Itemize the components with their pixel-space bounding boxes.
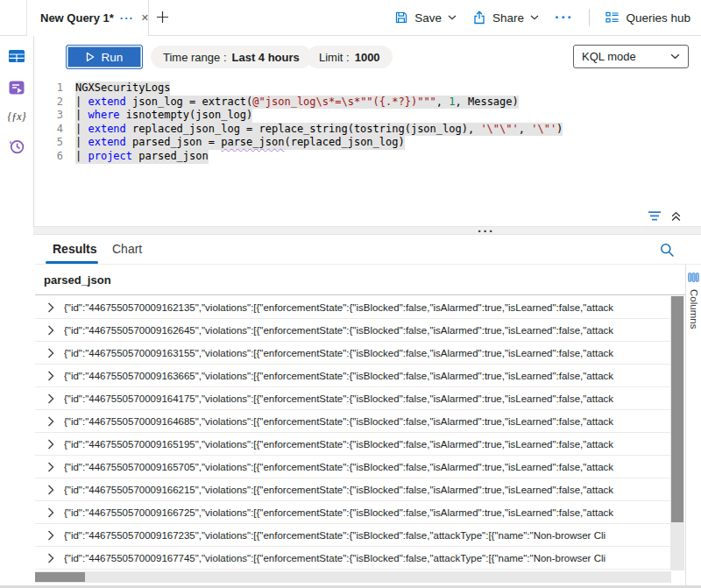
chevron-down-icon (448, 15, 457, 20)
chevron-down-icon (530, 15, 539, 20)
limit-label: Limit : (319, 51, 350, 64)
saved-queries-icon[interactable] (8, 79, 25, 96)
code-line: 2| extend json_log = extract(@"json_log\… (35, 96, 701, 110)
tab-results[interactable]: Results (53, 242, 97, 256)
results-grid: {"id":"4467550570009162135","violations"… (35, 296, 670, 570)
row-json-text: {"id":"4467550570009165705","violations"… (64, 462, 670, 472)
new-tab-button[interactable] (156, 11, 169, 24)
active-tab-underline (46, 261, 98, 264)
search-results-button[interactable] (660, 243, 675, 258)
queries-hub-button[interactable]: Queries hub (605, 11, 690, 25)
code-line: 3| where isnotempty(json_log) (35, 109, 701, 123)
expand-chevron-icon[interactable] (47, 439, 54, 450)
tab-title: New Query 1* (40, 11, 114, 25)
expand-chevron-icon[interactable] (47, 485, 54, 495)
line-number: 6 (35, 150, 63, 164)
share-button[interactable]: Share (472, 11, 539, 25)
horizontal-scrollbar-thumb[interactable] (35, 572, 85, 582)
expand-chevron-icon[interactable] (47, 530, 54, 541)
splitter-handle-icon[interactable]: ··· (478, 223, 495, 238)
table-row[interactable]: {"id":"4467550570009167745","violations"… (35, 547, 670, 570)
expand-chevron-icon[interactable] (47, 302, 54, 313)
columns-panel-toggle[interactable]: Columns (685, 265, 701, 588)
table-row[interactable]: {"id":"4467550570009166725","violations"… (35, 501, 670, 524)
vertical-scrollbar-thumb[interactable] (671, 296, 683, 522)
plus-icon (156, 11, 169, 24)
panel-splitter[interactable]: ··· (33, 226, 701, 235)
expand-chevron-icon[interactable] (47, 553, 54, 563)
row-json-text: {"id":"4467550570009165195","violations"… (64, 439, 670, 450)
table-row[interactable]: {"id":"4467550570009163155","violations"… (35, 342, 670, 365)
queries-hub-label: Queries hub (626, 11, 690, 25)
expand-chevron-icon[interactable] (47, 348, 54, 358)
play-icon (86, 52, 95, 62)
run-button[interactable]: Run (66, 45, 143, 69)
column-header-parsed-json[interactable]: parsed_json (35, 273, 111, 287)
queries-hub-icon (605, 11, 620, 25)
row-json-text: {"id":"4467550570009162135","violations"… (64, 302, 670, 313)
code-text: | where isnotempty(json_log) (75, 109, 252, 123)
tab-close-icon[interactable]: ✕ (141, 12, 149, 24)
share-icon (472, 11, 486, 25)
expand-chevron-icon[interactable] (47, 325, 54, 336)
table-row[interactable]: {"id":"4467550570009166215","violations"… (35, 478, 670, 501)
collapse-editor-icon[interactable] (670, 210, 682, 222)
row-json-text: {"id":"4467550570009167235","violations"… (64, 530, 670, 541)
save-icon (394, 11, 408, 25)
save-label: Save (414, 11, 442, 25)
code-text: | extend json_log = extract(@"json_log\s… (75, 96, 519, 110)
table-row[interactable]: {"id":"4467550570009162645","violations"… (35, 319, 670, 342)
query-history-icon[interactable] (8, 138, 25, 155)
expand-chevron-icon[interactable] (47, 507, 54, 518)
code-text: | extend parsed_json = parse_json(replac… (75, 136, 405, 150)
table-row[interactable]: {"id":"4467550570009164175","violations"… (35, 387, 670, 410)
limit-value: 1000 (355, 51, 380, 64)
more-actions-icon[interactable]: ··· (555, 12, 573, 23)
expand-chevron-icon[interactable] (47, 462, 54, 472)
save-button[interactable]: Save (394, 11, 457, 25)
row-json-text: {"id":"4467550570009166215","violations"… (64, 485, 670, 495)
query-mode-select[interactable]: KQL mode (573, 45, 689, 68)
table-row[interactable]: {"id":"4467550570009164685","violations"… (35, 410, 670, 433)
horizontal-scrollbar[interactable] (35, 571, 671, 583)
expand-chevron-icon[interactable] (47, 371, 54, 381)
code-line: 1NGXSecurityLogs (35, 81, 701, 96)
table-row[interactable]: {"id":"4467550570009167235","violations"… (35, 524, 670, 547)
code-text: NGXSecurityLogs (75, 81, 170, 96)
share-label: Share (492, 11, 524, 25)
row-json-text: {"id":"4467550570009162645","violations"… (64, 325, 670, 336)
search-icon (660, 243, 675, 258)
query-toolbar: Run Time range : Last 4 hours Limit : 10… (35, 36, 701, 77)
expand-chevron-icon[interactable] (47, 416, 54, 427)
row-json-text: {"id":"4467550570009166725","violations"… (64, 507, 670, 518)
left-sidebar: {ƒx} (0, 36, 34, 227)
vertical-scrollbar[interactable] (670, 296, 684, 570)
actions-divider (589, 9, 590, 26)
row-json-text: {"id":"4467550570009167745","violations"… (64, 553, 670, 563)
code-line: 5| extend parsed_json = parse_json(repla… (35, 136, 701, 150)
sort-lines-icon[interactable] (648, 210, 663, 222)
table-row[interactable]: {"id":"4467550570009163665","violations"… (35, 365, 670, 387)
functions-icon[interactable]: {ƒx} (8, 110, 26, 124)
code-text: | project parsed_json (75, 150, 209, 164)
kql-code-editor[interactable]: 1NGXSecurityLogs2| extend json_log = ext… (35, 81, 701, 211)
query-editor-window: New Query 1* ··· ✕ Save (0, 0, 701, 588)
columns-panel-label: Columns (689, 289, 699, 329)
tables-icon[interactable] (8, 47, 25, 65)
tab-chart[interactable]: Chart (112, 242, 142, 256)
row-json-text: {"id":"4467550570009163665","violations"… (64, 371, 670, 381)
line-number: 5 (35, 136, 63, 150)
table-row[interactable]: {"id":"4467550570009165195","violations"… (35, 433, 670, 456)
table-row[interactable]: {"id":"4467550570009165705","violations"… (35, 456, 670, 478)
query-tab[interactable]: New Query 1* ··· ✕ (26, 0, 149, 36)
time-range-value: Last 4 hours (232, 51, 300, 64)
line-number: 4 (35, 123, 63, 137)
run-label: Run (102, 51, 124, 64)
tab-more-icon[interactable]: ··· (120, 14, 134, 23)
time-range-selector[interactable]: Time range : Last 4 hours (151, 46, 312, 68)
limit-selector[interactable]: Limit : 1000 (307, 46, 393, 68)
table-row[interactable]: {"id":"4467550570009162135","violations"… (35, 296, 670, 319)
code-text: | extend replaced_json_log = replace_str… (75, 123, 563, 137)
query-mode-value: KQL mode (582, 50, 636, 63)
expand-chevron-icon[interactable] (47, 393, 54, 404)
